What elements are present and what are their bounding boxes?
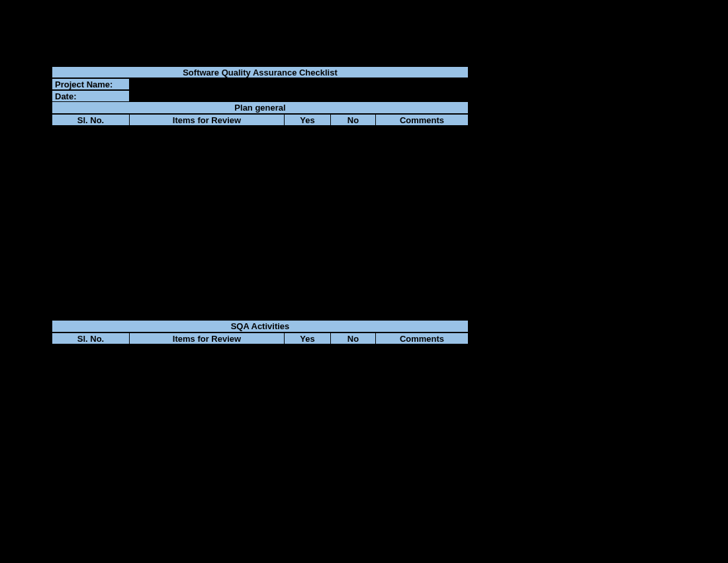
section-plan-general: Plan general	[52, 102, 469, 114]
header-comments: Comments	[376, 114, 469, 126]
section-sqa-activities: SQA Activities	[52, 321, 469, 333]
header-yes: Yes	[285, 114, 331, 126]
project-name-label: Project Name:	[52, 78, 130, 90]
checklist-section2: SQA Activities Sl. No. Items for Review …	[52, 321, 469, 344]
table-header-row: Sl. No. Items for Review Yes No Comments	[52, 114, 469, 126]
date-value	[130, 90, 469, 102]
header-no: No	[331, 114, 376, 126]
header-yes: Yes	[285, 333, 331, 344]
date-label: Date:	[52, 90, 130, 102]
table-header-row: Sl. No. Items for Review Yes No Comments	[52, 333, 469, 344]
header-sl-no: Sl. No.	[52, 114, 130, 126]
project-name-value	[130, 78, 469, 90]
header-sl-no: Sl. No.	[52, 333, 130, 344]
header-items: Items for Review	[130, 114, 285, 126]
checklist-sheet: Software Quality Assurance Checklist Pro…	[52, 66, 469, 126]
header-comments: Comments	[376, 333, 469, 344]
document-title: Software Quality Assurance Checklist	[52, 66, 469, 78]
header-items: Items for Review	[130, 333, 285, 344]
header-no: No	[331, 333, 376, 344]
